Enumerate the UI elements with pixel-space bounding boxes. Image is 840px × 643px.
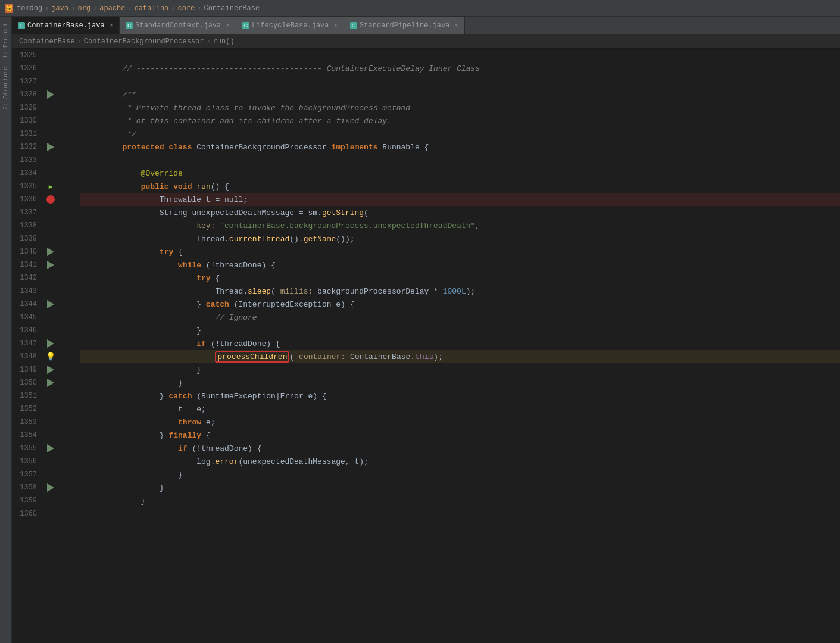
bookmark-icon-1347 [47,339,54,348]
bookmark-icon-1340 [47,248,54,256]
gutter-row-1358: 1358 [12,481,80,494]
gutter-row-1329: 1329 [12,101,80,114]
gutter-row-1337: 1337 [12,206,80,219]
code-line-1348: processChildren( container: ContainerBas… [80,350,840,363]
tab-lifecyclebase[interactable]: C LifecycleBase.java × [236,17,344,34]
code-line-1335: public void run() { [80,180,840,193]
tab-label-standardpipeline: StandardPipeline.java [360,21,449,30]
side-tab-structure[interactable]: 2: Structure [1,63,10,113]
code-line-1329: * Private thread class to invoke the bac… [80,101,840,114]
code-line-1351: } catch (RuntimeException|Error e) { [80,389,840,402]
code-line-1338: key: "containerBase.backgroundProcess.un… [80,219,840,232]
gutter-row-1326: 1326 [12,62,80,75]
gutter-row-1345: 1345 [12,311,80,324]
gutter-row-1334: 1334 [12,167,80,180]
filepath-run: run() [213,38,235,46]
code-line-1346: } [80,324,840,337]
gutter-row-1355: 1355 [12,442,80,455]
tab-close-standardpipeline[interactable]: × [454,23,458,29]
code-line-1360 [80,507,840,520]
tab-standardpipeline[interactable]: C StandardPipeline.java × [344,17,465,34]
tab-label-lifecyclebase: LifecycleBase.java [252,21,329,30]
code-line-1337: String unexpectedDeathMessage = sm.getSt… [80,206,840,219]
gutter-row-1342: 1342 [12,271,80,285]
code-line-1342: try { [80,271,840,285]
breadcrumb-catalina: catalina [135,4,169,13]
tab-close-standardcontext[interactable]: × [226,23,230,29]
tab-icon-standardpipeline: C [350,22,357,29]
gutter-row-1332: 1332 [12,141,80,154]
gutter-row-1340: 1340 [12,245,80,258]
code-line-1333 [80,154,840,167]
code-line-1341: while (!threadDone) { [80,258,840,271]
gutter-row-1338: 1338 [12,219,80,232]
code-line-1344: } catch (InterruptedException e) { [80,298,840,311]
process-children-highlight: processChildren [215,351,289,363]
code-area: 1325 1326 1327 1328 [12,49,840,643]
gutter-row-1360: 1360 [12,507,80,520]
tab-standardcontext[interactable]: C StandardContext.java × [120,17,236,34]
code-line-1357: } [80,468,840,481]
gutter-row-1353: 1353 [12,416,80,429]
bulb-icon-1348[interactable]: 💡 [46,352,55,361]
breadcrumb-core: core [177,4,195,13]
left-panel: 1: Project 2: Structure [0,17,12,643]
code-line-1343: Thread.sleep( millis: backgroundProcesso… [80,285,840,298]
title-bar: 🐱 tomdog › java › org › apache › catalin… [0,0,840,17]
tab-icon-containerbase: C [18,22,25,29]
code-line-1332: protected class ContainerBackgroundProce… [80,141,840,154]
code-line-1358: } [80,481,840,494]
gutter-row-1343: 1343 [12,285,80,298]
line-gutter: 1325 1326 1327 1328 [12,49,80,643]
code-line-1336: Throwable t = null; [80,193,840,206]
code-lines[interactable]: // -------------------------------------… [80,49,840,643]
tab-close-containerbase[interactable]: × [110,23,114,29]
gutter-row-1330: 1330 [12,114,80,127]
gutter-row-1339: 1339 [12,232,80,245]
filepath-containerbase: ContainerBase [19,38,75,46]
gutter-row-1335: 1335 ▶ [12,180,80,193]
bookmark-icon-1344 [47,300,54,308]
gutter-row-1348: 1348 💡 [12,350,80,363]
bookmark-icon-1341 [47,261,54,269]
code-line-1334: @Override [80,167,840,180]
code-line-1330: * of this container and its children aft… [80,114,840,127]
gutter-row-1346: 1346 [12,324,80,337]
bookmark-icon-1328 [47,90,54,99]
bookmark-icon-1358 [47,483,54,492]
code-line-1328: /** [80,88,840,101]
tab-containerbase[interactable]: C ContainerBase.java × [12,17,120,34]
project-icon: 🐱 [5,4,13,13]
gutter-row-1344: 1344 [12,298,80,311]
code-line-1327 [80,75,840,88]
gutter-row-1331: 1331 [12,127,80,141]
code-line-1345: // Ignore [80,311,840,324]
gutter-row-1354: 1354 [12,429,80,442]
gutter-row-1347: 1347 [12,337,80,350]
gutter-row-1333: 1333 [12,154,80,167]
tab-icon-standardcontext: C [126,22,133,29]
gutter-row-1341: 1341 [12,258,80,271]
breadcrumb-project: tomdog [17,4,42,13]
gutter-row-1359: 1359 [12,494,80,507]
gutter-row-1351: 1351 [12,389,80,402]
filepath-processor: ContainerBackgroundProcessor [84,38,204,46]
file-path-bar: ContainerBase › ContainerBackgroundProce… [12,35,840,49]
tab-label-containerbase: ContainerBase.java [27,21,105,30]
tab-bar: C ContainerBase.java × C StandardContext… [12,17,840,35]
breadcrumb-java: java [51,4,68,13]
code-line-1359: } [80,494,840,507]
breakpoint-icon-1336[interactable] [46,195,55,204]
breadcrumb-file: ContainerBase [204,4,260,13]
bookmark-icon-1350 [47,379,54,387]
tab-close-lifecyclebase[interactable]: × [334,23,338,29]
side-tab-project[interactable]: 1: Project [1,19,10,62]
gutter-row-1325: 1325 [12,49,80,62]
code-line-1354: } finally { [80,429,840,442]
execution-arrow-icon: ▶ [49,183,53,191]
layout: 1: Project 2: Structure C ContainerBase.… [0,17,840,643]
code-line-1352: t = e; [80,402,840,416]
gutter-row-1356: 1356 [12,455,80,468]
gutter-row-1328: 1328 [12,88,80,101]
code-line-1353: throw e; [80,416,840,429]
